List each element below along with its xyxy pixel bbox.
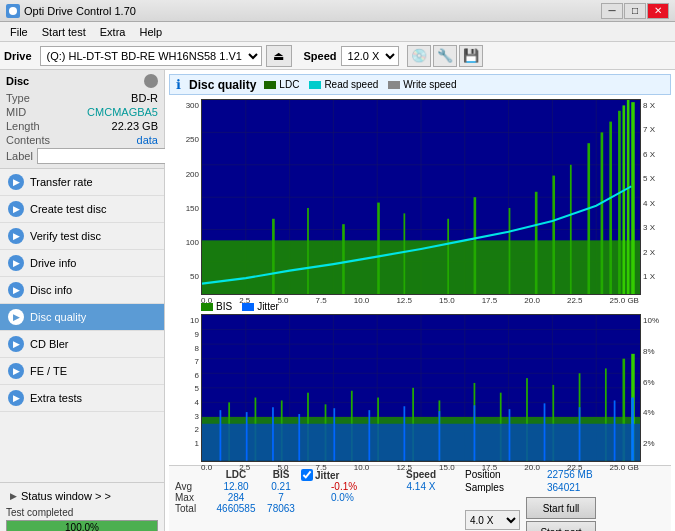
- progress-label: 100.0%: [7, 521, 157, 531]
- samples-value: 364021: [547, 482, 627, 493]
- fe-te-icon: ▶: [8, 363, 24, 379]
- disc-label-input[interactable]: [37, 148, 166, 164]
- nav-label-create-test-disc: Create test disc: [30, 203, 106, 215]
- legend-bis: BIS: [201, 301, 232, 312]
- transfer-rate-icon: ▶: [8, 174, 24, 190]
- sidebar-item-drive-info[interactable]: ▶ Drive info: [0, 250, 164, 277]
- stats-right: Position 22756 MB Samples 364021 4.0 X S…: [465, 469, 665, 531]
- disc-quality-icon: ▶: [8, 309, 24, 325]
- drive-info-icon: ▶: [8, 255, 24, 271]
- sidebar: Disc Type BD-R MID CMCMAGBA5 Length 22.2…: [0, 70, 165, 531]
- nav-label-disc-quality: Disc quality: [30, 311, 86, 323]
- menu-start-test[interactable]: Start test: [36, 24, 92, 40]
- disc-length-value: 22.23 GB: [112, 120, 158, 132]
- eject-button[interactable]: ⏏: [266, 45, 292, 67]
- disc-type-value: BD-R: [131, 92, 158, 104]
- save-icon[interactable]: 💾: [459, 45, 483, 67]
- svg-rect-74: [298, 414, 300, 461]
- sidebar-item-verify-test-disc[interactable]: ▶ Verify test disc: [0, 223, 164, 250]
- disc-mid-value: CMCMAGBA5: [87, 106, 158, 118]
- legend-jitter-label: Jitter: [257, 301, 279, 312]
- speed-combo-row: 4.0 X: [465, 510, 520, 530]
- sidebar-item-extra-tests[interactable]: ▶ Extra tests: [0, 385, 164, 412]
- svg-point-0: [9, 7, 17, 15]
- svg-rect-83: [614, 401, 616, 461]
- legend-read-label: Read speed: [324, 79, 378, 90]
- svg-rect-77: [403, 407, 405, 461]
- disc-panel-icon: [144, 74, 158, 88]
- nav-label-drive-info: Drive info: [30, 257, 76, 269]
- extra-tests-icon: ▶: [8, 390, 24, 406]
- action-buttons: Start full Start part: [526, 497, 596, 531]
- sidebar-item-transfer-rate[interactable]: ▶ Transfer rate: [0, 169, 164, 196]
- row-total-jitter: [301, 503, 391, 514]
- status-window-button[interactable]: ▶ Status window > >: [6, 487, 158, 505]
- upper-chart: 30025020015010050: [169, 99, 671, 295]
- svg-rect-32: [627, 100, 630, 294]
- disc-icon[interactable]: 💿: [407, 45, 431, 67]
- svg-rect-81: [544, 404, 546, 461]
- speed-label: Speed: [304, 50, 337, 62]
- stats-table: LDC BIS Jitter Speed Avg 12.80 0.21 -0.1: [175, 469, 457, 514]
- svg-rect-20: [403, 213, 405, 294]
- svg-rect-78: [439, 411, 441, 461]
- quality-speed-select[interactable]: 4.0 X: [465, 510, 520, 530]
- disc-type-label: Type: [6, 92, 30, 104]
- disc-panel: Disc Type BD-R MID CMCMAGBA5 Length 22.2…: [0, 70, 164, 169]
- svg-rect-19: [377, 203, 380, 295]
- chart-legend: LDC Read speed Write speed: [264, 79, 456, 90]
- row-avg-label: Avg: [175, 481, 211, 492]
- sidebar-item-fe-te[interactable]: ▶ FE / TE: [0, 358, 164, 385]
- legend-ldc-color: [264, 81, 276, 89]
- svg-rect-16: [272, 219, 275, 295]
- lower-chart: BIS Jitter 10987654321: [169, 301, 671, 465]
- cd-bler-icon: ▶: [8, 336, 24, 352]
- legend-jitter-color: [242, 303, 254, 311]
- sidebar-item-create-test-disc[interactable]: ▶ Create test disc: [0, 196, 164, 223]
- start-part-button[interactable]: Start part: [526, 521, 596, 531]
- nav-label-extra-tests: Extra tests: [30, 392, 82, 404]
- disc-label-label: Label: [6, 150, 33, 162]
- test-completed-text: Test completed: [6, 507, 158, 518]
- svg-rect-30: [618, 111, 621, 295]
- svg-rect-25: [552, 176, 555, 295]
- speed-select[interactable]: 12.0 X: [341, 46, 399, 66]
- start-full-button[interactable]: Start full: [526, 497, 596, 519]
- maximize-button[interactable]: □: [624, 3, 646, 19]
- sidebar-item-cd-bler[interactable]: ▶ CD Bler: [0, 331, 164, 358]
- sidebar-item-disc-quality[interactable]: ▶ Disc quality: [0, 304, 164, 331]
- svg-rect-28: [601, 132, 604, 294]
- chart-title: Disc quality: [189, 78, 256, 92]
- create-test-disc-icon: ▶: [8, 201, 24, 217]
- chart-area: ℹ Disc quality LDC Read speed Write spee…: [165, 70, 675, 531]
- tools-icon[interactable]: 🔧: [433, 45, 457, 67]
- menu-help[interactable]: Help: [133, 24, 168, 40]
- y-axis-right-lower: 10%8%6%4%2%: [641, 314, 671, 462]
- drive-bar: Drive (Q:) HL-DT-ST BD-RE WH16NS58 1.V1 …: [0, 42, 675, 70]
- sidebar-item-disc-info[interactable]: ▶ Disc info: [0, 277, 164, 304]
- svg-rect-21: [447, 219, 449, 295]
- svg-rect-70: [202, 424, 640, 461]
- y-axis-left-lower: 10987654321: [169, 314, 201, 462]
- status-window-label: Status window > >: [21, 490, 111, 502]
- svg-rect-17: [307, 208, 309, 294]
- disc-contents-value: data: [137, 134, 158, 146]
- nav-label-transfer-rate: Transfer rate: [30, 176, 93, 188]
- nav-label-disc-info: Disc info: [30, 284, 72, 296]
- menu-extra[interactable]: Extra: [94, 24, 132, 40]
- lower-chart-svg: [202, 315, 640, 461]
- legend-write-speed: Write speed: [388, 79, 456, 90]
- minimize-button[interactable]: ─: [601, 3, 623, 19]
- drive-select[interactable]: (Q:) HL-DT-ST BD-RE WH16NS58 1.V1: [40, 46, 262, 66]
- menu-file[interactable]: File: [4, 24, 34, 40]
- legend-read-color: [309, 81, 321, 89]
- svg-rect-72: [246, 412, 248, 461]
- close-button[interactable]: ✕: [647, 3, 669, 19]
- svg-rect-22: [474, 197, 477, 294]
- row-avg-speed: 4.14 X: [391, 481, 451, 492]
- row-avg-jitter: -0.1%: [301, 481, 391, 492]
- svg-rect-26: [570, 165, 572, 295]
- svg-rect-73: [272, 408, 274, 461]
- legend-bis-color: [201, 303, 213, 311]
- legend-read-speed: Read speed: [309, 79, 378, 90]
